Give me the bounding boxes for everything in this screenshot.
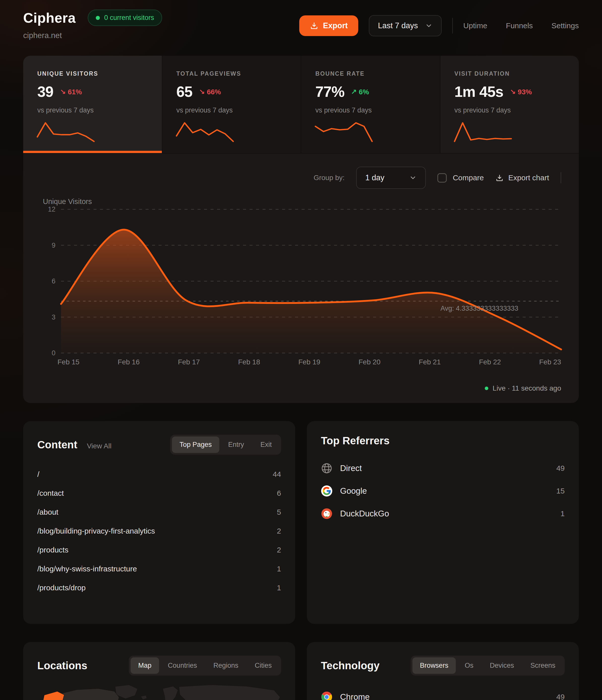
- map-scandinavia: [162, 686, 178, 700]
- tab-os[interactable]: Os: [457, 657, 481, 674]
- tab-browsers[interactable]: Browsers: [412, 657, 456, 674]
- page-count: 1: [277, 583, 281, 592]
- stat-compare-label: vs previous 7 days: [37, 106, 148, 114]
- tab-screens[interactable]: Screens: [523, 657, 563, 674]
- stat-compare-label: vs previous 7 days: [316, 106, 426, 114]
- nav-uptime[interactable]: Uptime: [463, 21, 487, 30]
- date-range-dropdown[interactable]: Last 7 days: [369, 15, 442, 36]
- content-row[interactable]: /products/drop1: [37, 578, 281, 597]
- content-row[interactable]: /products2: [37, 541, 281, 559]
- chart-controls: Group by: 1 day Compare Export chart: [41, 167, 561, 189]
- content-row[interactable]: /contact6: [37, 484, 281, 503]
- page-path: /: [37, 470, 39, 479]
- top-actions: Export Last 7 days UptimeFunnelsSettings: [299, 15, 579, 36]
- page-count: 2: [277, 546, 281, 554]
- google-icon: [321, 485, 332, 497]
- stat-compare-label: vs previous 7 days: [176, 106, 287, 114]
- referrer-row-count: 1: [560, 509, 565, 518]
- stat-delta: ↘ 61%: [60, 88, 82, 96]
- y-tick: 12: [48, 205, 55, 213]
- referrer-row[interactable]: Direct49: [321, 457, 565, 480]
- tab-exit[interactable]: Exit: [253, 436, 279, 453]
- technology-rows: Chrome49Firefox15: [321, 685, 565, 700]
- stat-sparkline: [316, 121, 372, 144]
- tab-cities[interactable]: Cities: [247, 657, 279, 674]
- stat-card-total-pageviews[interactable]: TOTAL PAGEVIEWS65↘ 66%vs previous 7 days: [162, 56, 301, 153]
- page-count: 6: [277, 489, 281, 498]
- chart-series-label: Unique Visitors: [43, 197, 561, 206]
- stat-delta: ↘ 66%: [199, 88, 221, 96]
- stat-value: 77%: [316, 83, 344, 100]
- top-nav: UptimeFunnelsSettings: [463, 21, 579, 30]
- stat-value-row: 39↘ 61%: [37, 83, 148, 100]
- compare-checkbox[interactable]: [437, 173, 447, 182]
- overview-card: UNIQUE VISITORS39↘ 61%vs previous 7 days…: [23, 56, 579, 403]
- chrome-icon: [321, 691, 332, 700]
- browser-row[interactable]: Chrome49: [321, 685, 565, 700]
- compare-toggle[interactable]: Compare: [437, 173, 484, 182]
- unique-visitors-chart[interactable]: [61, 209, 561, 353]
- export-button[interactable]: Export: [299, 16, 358, 36]
- group-by-dropdown[interactable]: 1 day: [356, 167, 426, 189]
- locations-card: Locations MapCountriesRegionsCities: [23, 642, 295, 700]
- y-axis-labels: 129630: [41, 209, 61, 353]
- group-by-value: 1 day: [365, 173, 384, 182]
- x-tick: Feb 15: [57, 358, 79, 366]
- tab-map[interactable]: Map: [131, 657, 159, 674]
- analytics-dashboard: Ciphera 0 current visitors ciphera.net E…: [0, 0, 602, 700]
- referrers-title: Top Referrers: [321, 435, 390, 447]
- content-row[interactable]: /44: [37, 465, 281, 484]
- export-button-label: Export: [323, 21, 348, 30]
- current-visitors-badge: 0 current visitors: [88, 9, 162, 26]
- tab-countries[interactable]: Countries: [160, 657, 205, 674]
- referrer-row-count: 15: [556, 487, 565, 495]
- content-row[interactable]: /blog/why-swiss-infrastructure1: [37, 559, 281, 578]
- group-by-label: Group by:: [313, 174, 345, 182]
- browser-row-label: Chrome: [340, 692, 370, 700]
- top-bar: Ciphera 0 current visitors ciphera.net E…: [0, 0, 602, 40]
- nav-settings[interactable]: Settings: [552, 21, 579, 30]
- tab-top-pages[interactable]: Top Pages: [172, 436, 219, 453]
- live-dot-icon: [96, 16, 100, 20]
- content-rows: /44/contact6/about5/blog/building-privac…: [37, 465, 281, 597]
- header-divider: [452, 18, 453, 33]
- stat-label: BOUNCE RATE: [316, 70, 426, 77]
- page-count: 44: [273, 470, 281, 479]
- referrer-row[interactable]: DuckDuckGo1: [321, 502, 565, 525]
- stat-card-bounce-rate[interactable]: BOUNCE RATE77%↗ 6%vs previous 7 days: [301, 56, 440, 153]
- content-card: Content View All Top PagesEntryExit /44/…: [23, 421, 295, 624]
- stat-label: TOTAL PAGEVIEWS: [176, 70, 287, 77]
- download-icon: [495, 174, 504, 182]
- content-row[interactable]: /blog/building-privacy-first-analytics2: [37, 522, 281, 541]
- technology-card: Technology BrowsersOsDevicesScreens Chro…: [307, 642, 579, 700]
- x-tick: Feb 18: [238, 358, 260, 366]
- content-row[interactable]: /about5: [37, 503, 281, 522]
- tab-entry[interactable]: Entry: [221, 436, 252, 453]
- nav-funnels[interactable]: Funnels: [506, 21, 533, 30]
- date-range-value: Last 7 days: [378, 21, 418, 30]
- export-chart-button[interactable]: Export chart: [495, 174, 549, 182]
- stat-value-row: 1m 45s↘ 93%: [454, 83, 565, 100]
- locations-title: Locations: [37, 660, 87, 672]
- referrer-row[interactable]: Google15: [321, 480, 565, 502]
- stat-card-visit-duration[interactable]: VISIT DURATION1m 45s↘ 93%vs previous 7 d…: [441, 56, 579, 153]
- stats-row: UNIQUE VISITORS39↘ 61%vs previous 7 days…: [23, 56, 579, 154]
- stat-value-row: 65↘ 66%: [176, 83, 287, 100]
- x-tick: Feb 20: [358, 358, 380, 366]
- stat-sparkline: [37, 121, 94, 144]
- stat-label: VISIT DURATION: [454, 70, 565, 77]
- technology-title: Technology: [321, 660, 380, 672]
- referrer-row-count: 49: [556, 464, 565, 473]
- x-tick: Feb 19: [298, 358, 320, 366]
- tab-devices[interactable]: Devices: [482, 657, 522, 674]
- tab-regions[interactable]: Regions: [206, 657, 246, 674]
- world-map[interactable]: [37, 684, 281, 700]
- stat-value: 1m 45s: [454, 83, 503, 100]
- view-all-link[interactable]: View All: [87, 442, 112, 450]
- stat-card-unique-visitors[interactable]: UNIQUE VISITORS39↘ 61%vs previous 7 days: [23, 56, 162, 153]
- chevron-down-icon: [409, 174, 417, 181]
- browser-row-count: 49: [556, 693, 565, 700]
- y-tick: 6: [52, 277, 55, 285]
- chevron-down-icon: [425, 22, 433, 29]
- map-iceland: [141, 695, 147, 700]
